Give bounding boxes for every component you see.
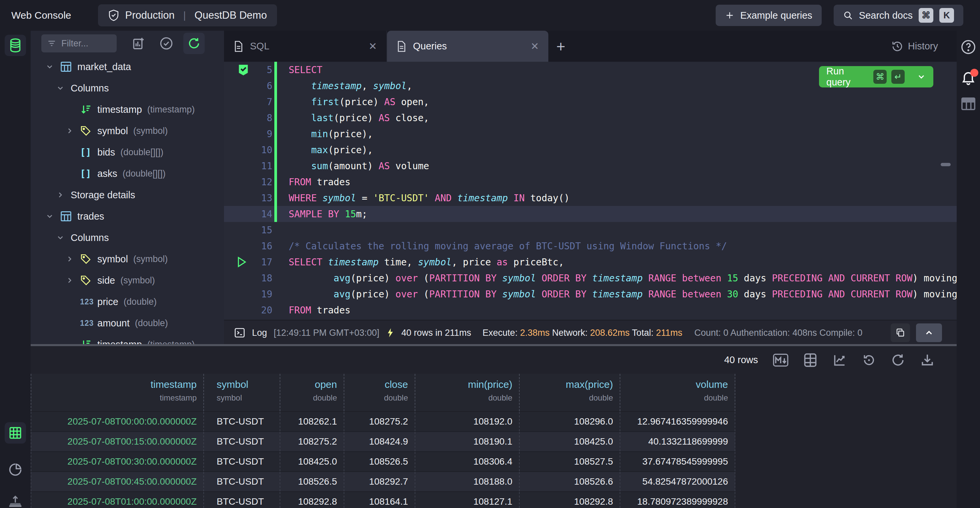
tab-sql[interactable]: SQL ✕ [224,31,387,62]
markdown-icon[interactable] [773,353,789,367]
grid-cell[interactable]: 108275.2 [344,412,415,431]
editor-line-15[interactable]: 15 [224,222,957,238]
grid-cell[interactable]: 108526.5 [280,472,344,491]
column-header-timestamp[interactable]: timestamptimestamp [31,374,204,411]
tree-item-trades[interactable]: trades [31,206,224,227]
grid-cell[interactable]: BTC-USDT [204,452,280,471]
tree-item-symbol[interactable]: symbol(symbol) [31,248,224,270]
editor-line-13[interactable]: 13WHERE symbol = 'BTC-USDT' AND timestam… [224,190,957,206]
notifications-bell-icon[interactable] [960,70,976,86]
close-icon[interactable]: ✕ [369,40,377,52]
grid-cell[interactable]: 2025-07-08T00:15:00.000000Z [31,432,204,451]
grid-cell[interactable]: 108526.6 [520,472,620,491]
column-header-symbol[interactable]: symbolsymbol [204,374,280,411]
results-grid[interactable]: timestamptimestampsymbolsymbolopendouble… [31,374,735,508]
grid-cell[interactable]: 18.780972389999928 [620,492,735,508]
grid-cell[interactable]: 108127.1 [415,492,520,508]
add-metrics-icon[interactable] [132,37,146,50]
grid-cell[interactable]: 108190.1 [415,432,520,451]
panel-layout-icon[interactable] [961,97,976,111]
editor-line-8[interactable]: 8 last(price) AS close, [224,110,957,126]
grid-cell[interactable]: BTC-USDT [204,492,280,508]
editor-line-11[interactable]: 11 sum(amount) AS volume [224,158,957,174]
grid-cell[interactable]: 108424.9 [344,432,415,451]
chart-icon[interactable] [832,353,847,367]
database-icon[interactable] [5,35,26,56]
refresh2-icon[interactable] [891,353,905,367]
grid-cell[interactable]: 108192.0 [415,412,520,431]
help-icon[interactable] [961,39,976,55]
tree-item-columns[interactable]: Columns [31,227,224,248]
column-header-close[interactable]: closedouble [344,374,415,411]
tree-item-asks[interactable]: []asks(double[][]) [31,163,224,184]
check-circle-icon[interactable] [159,37,173,50]
tree-item-symbol[interactable]: symbol(symbol) [31,120,224,142]
column-header-minprice[interactable]: min(price)double [415,374,520,411]
chevron-right-icon[interactable] [65,126,80,135]
column-header-maxprice[interactable]: max(price)double [520,374,620,411]
chevron-down-icon[interactable] [45,62,60,71]
editor-line-7[interactable]: 7 first(price) AS open, [224,94,957,110]
grid-cell[interactable]: 108188.0 [415,472,520,491]
download-icon[interactable] [920,353,935,367]
chevron-down-icon[interactable] [56,84,71,93]
grid-cell[interactable]: 108296.0 [520,412,620,431]
editor-line-17[interactable]: 17SELECT timestamp time, symbol, price a… [224,254,957,270]
editor-line-18[interactable]: 18 avg(price) over (PARTITION BY symbol … [224,270,957,286]
collapse-log-button[interactable] [916,323,942,342]
chevron-right-icon[interactable] [65,255,80,264]
grid-cell[interactable]: 54.82547872000126 [620,472,735,491]
chevron-right-icon[interactable] [65,276,80,285]
grid-cell[interactable]: 2025-07-08T00:30:00.000000Z [31,452,204,471]
tree-item-side[interactable]: side(symbol) [31,270,224,291]
grid-cell[interactable]: 108275.2 [280,432,344,451]
close-icon[interactable]: ✕ [531,40,539,52]
upload-icon[interactable] [5,490,26,508]
chevron-down-icon[interactable] [917,72,926,81]
grid-cell[interactable]: 2025-07-08T00:45:00.000000Z [31,472,204,491]
instance-badge[interactable]: Production | QuestDB Demo [98,4,277,26]
grid-row-1[interactable]: 2025-07-08T00:00:00.000000ZBTC-USDT10826… [31,411,735,431]
grid-row-5[interactable]: 2025-07-08T01:00:00.000000ZBTC-USDT10829… [31,491,735,508]
editor-line-19[interactable]: 19 avg(price) over (PARTITION BY symbol … [224,286,957,302]
tree-item-amount[interactable]: 123amount(double) [31,312,224,334]
grid-cell[interactable]: 12.967416359999946 [620,412,735,431]
grid-cell[interactable]: BTC-USDT [204,472,280,491]
chevron-down-icon[interactable] [56,233,71,242]
editor-line-14[interactable]: 14SAMPLE BY 15m; [224,206,957,222]
grid-cell[interactable]: 108292.8 [520,492,620,508]
grid-small-icon[interactable] [803,353,817,367]
grid-cell[interactable]: 108262.1 [280,412,344,431]
copy-icon[interactable] [891,323,910,342]
tree-item-bids[interactable]: []bids(double[][]) [31,142,224,163]
example-queries-button[interactable]: Example queries [716,5,822,26]
tab-queries[interactable]: Queries ✕ [387,31,548,62]
grid-cell[interactable]: 2025-07-08T00:00:00.000000Z [31,412,204,431]
tree-item-timestamp[interactable]: timestamp(timestamp) [31,99,224,120]
grid-cell[interactable]: 108527.5 [520,452,620,471]
editor-line-10[interactable]: 10 max(price), [224,142,957,158]
grid-cell[interactable]: BTC-USDT [204,432,280,451]
tree-item-columns[interactable]: Columns [31,77,224,99]
grid-cell[interactable]: 108526.5 [344,452,415,471]
column-header-open[interactable]: opendouble [280,374,344,411]
tree-item-storage-details[interactable]: Storage details [31,184,224,206]
grid-cell[interactable]: 37.67478545999995 [620,452,735,471]
grid-row-4[interactable]: 2025-07-08T00:45:00.000000ZBTC-USDT10852… [31,471,735,491]
chevron-right-icon[interactable] [56,190,71,199]
grid-cell[interactable]: 108425.0 [520,432,620,451]
history-button[interactable]: History [891,31,938,62]
restore-icon[interactable] [862,353,876,367]
editor-line-20[interactable]: 20FROM trades [224,302,957,318]
grid-cell[interactable]: 108292.7 [344,472,415,491]
run-query-button[interactable]: Run query ⌘ ↵ [819,66,933,88]
refresh-schema-icon[interactable] [183,33,205,54]
grid-row-3[interactable]: 2025-07-08T00:30:00.000000ZBTC-USDT10842… [31,451,735,471]
grid-row-2[interactable]: 2025-07-08T00:15:00.000000ZBTC-USDT10827… [31,431,735,451]
editor-line-16[interactable]: 16/* Calculates the rolling moving avera… [224,238,957,254]
tree-item-market_data[interactable]: market_data [31,56,224,77]
editor-line-12[interactable]: 12FROM trades [224,174,957,190]
column-header-volume[interactable]: volumedouble [620,374,735,411]
tree-item-price[interactable]: 123price(double) [31,291,224,312]
grid-cell[interactable]: BTC-USDT [204,412,280,431]
